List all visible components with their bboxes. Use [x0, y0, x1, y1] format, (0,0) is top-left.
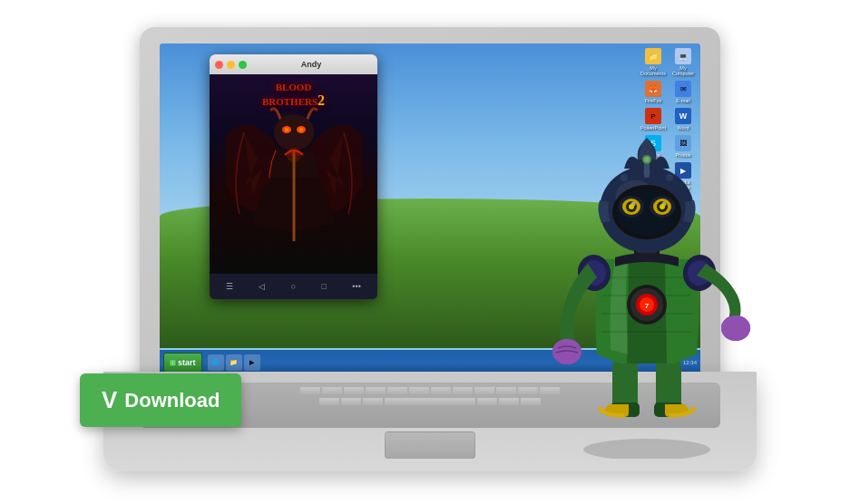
nav-icon-back[interactable]: ◁: [259, 282, 265, 291]
start-button[interactable]: ⊞ start: [163, 353, 202, 373]
svg-point-42: [660, 204, 665, 209]
svg-point-6: [299, 128, 303, 131]
nav-icon-more[interactable]: •••: [352, 282, 360, 291]
key[interactable]: [453, 387, 473, 394]
key[interactable]: [319, 398, 339, 405]
game-title: BLOOD BROTHERS2: [262, 82, 325, 109]
laptop-touchpad[interactable]: [385, 431, 475, 459]
nav-icon-menu[interactable]: ☰: [226, 282, 233, 291]
desktop-icon-email[interactable]: ✉ E-mail: [670, 81, 696, 103]
scene: 📁 My Documents 💻 My Computer 🦊 FireFox: [0, 0, 860, 504]
robot-svg: 7: [538, 114, 756, 459]
key[interactable]: [300, 387, 320, 394]
andy-phone-screen: BLOOD BROTHERS2: [210, 74, 377, 274]
key[interactable]: [363, 398, 383, 405]
key[interactable]: [387, 387, 407, 394]
desktop-icon-my-computer[interactable]: 💻 My Computer: [670, 48, 696, 76]
key[interactable]: [431, 387, 451, 394]
key[interactable]: [496, 387, 516, 394]
download-v-icon: V: [102, 386, 117, 414]
svg-point-48: [644, 157, 650, 162]
svg-point-2: [274, 114, 314, 150]
download-label: Download: [124, 389, 220, 412]
svg-point-8: [287, 148, 301, 162]
andy-emulator-window: Andy BLOOD BROTHERS2: [210, 54, 377, 299]
key[interactable]: [477, 398, 497, 405]
game-character-art: [226, 105, 362, 268]
key[interactable]: [322, 387, 342, 394]
desktop-icon-firefox[interactable]: 🦊 FireFox: [640, 81, 666, 103]
download-button[interactable]: V Download: [80, 373, 241, 427]
key[interactable]: [499, 398, 519, 405]
svg-point-41: [629, 204, 634, 209]
svg-point-5: [285, 128, 288, 131]
nav-icon-home[interactable]: ○: [291, 282, 296, 291]
titlebar-maximize-dot[interactable]: [239, 61, 247, 69]
andy-navbar: ☰ ◁ ○ □ •••: [210, 274, 377, 299]
taskbar-icon-1[interactable]: 🌐: [208, 354, 224, 371]
svg-point-43: [621, 174, 628, 181]
titlebar-close-dot[interactable]: [215, 61, 223, 69]
key[interactable]: [366, 387, 386, 394]
svg-point-45: [666, 174, 673, 181]
andy-window-title: Andy: [301, 60, 322, 69]
key[interactable]: [341, 398, 361, 405]
svg-point-26: [721, 315, 750, 341]
taskbar-icon-3[interactable]: ▶: [244, 354, 260, 371]
nav-icon-recent[interactable]: □: [322, 282, 327, 291]
svg-text:7: 7: [645, 302, 650, 310]
key[interactable]: [518, 387, 538, 394]
taskbar-icon-2[interactable]: 📁: [226, 354, 242, 371]
spacebar-key[interactable]: [385, 398, 475, 405]
taskbar-quick-launch: 🌐 📁 ▶: [208, 354, 260, 371]
key[interactable]: [409, 387, 429, 394]
desktop-icon-my-documents[interactable]: 📁 My Documents: [640, 48, 666, 76]
key[interactable]: [344, 387, 364, 394]
game-art: BLOOD BROTHERS2: [210, 74, 377, 274]
titlebar-minimize-dot[interactable]: [227, 61, 235, 69]
key[interactable]: [474, 387, 494, 394]
andy-titlebar: Andy: [210, 54, 377, 74]
andy-robot-mascot: 7: [538, 114, 756, 459]
svg-point-9: [583, 439, 710, 459]
